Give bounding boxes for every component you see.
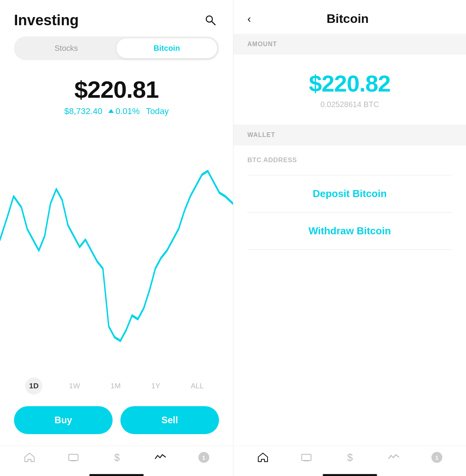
right-nav-home[interactable] [257, 452, 269, 463]
period-label: Today [146, 106, 169, 116]
right-home-indicator [323, 474, 377, 476]
nav-investing[interactable] [155, 452, 166, 463]
search-icon [205, 14, 216, 26]
activity-icon [155, 452, 166, 463]
svg-text:$: $ [114, 452, 120, 463]
right-nav-transfers[interactable]: $ [344, 452, 356, 463]
change-value: 0.01% [115, 106, 139, 116]
right-tv-icon [301, 452, 312, 463]
tab-stocks[interactable]: Stocks [16, 38, 116, 58]
wallet-section-label: WALLET [233, 125, 466, 145]
buy-button[interactable]: Buy [14, 406, 113, 434]
search-button[interactable] [202, 12, 219, 29]
btc-address-label: BTC ADDRESS [247, 156, 297, 164]
svg-point-0 [206, 16, 212, 22]
sell-button[interactable]: Sell [120, 406, 219, 434]
right-nav-investing[interactable] [388, 452, 400, 463]
price-chart [0, 124, 233, 370]
action-buttons: Buy Sell [0, 402, 233, 446]
tab-bitcoin[interactable]: Bitcoin [116, 38, 217, 58]
svg-rect-5 [302, 454, 311, 460]
nav-home[interactable] [24, 452, 35, 463]
amount-value: $220.82 [247, 70, 452, 97]
deposit-bitcoin-row[interactable]: Deposit Bitcoin [233, 175, 466, 212]
withdraw-bitcoin-row[interactable]: Withdraw Bitcoin [233, 213, 466, 249]
back-button[interactable]: ‹ [247, 13, 251, 25]
svg-line-1 [212, 22, 216, 25]
left-panel: Investing Stocks Bitcoin $220.81 $8,732.… [0, 0, 233, 476]
right-nav-news[interactable] [301, 452, 312, 463]
time-range: 1D 1W 1M 1Y ALL [0, 374, 233, 402]
nav-notification[interactable]: 1 [198, 452, 209, 463]
dollar-icon: $ [111, 452, 123, 463]
right-notification-badge: 1 [431, 452, 442, 463]
spacer [233, 250, 466, 446]
time-1d[interactable]: 1D [25, 377, 42, 395]
left-home-indicator [89, 474, 144, 476]
bitcoin-page-title: Bitcoin [259, 12, 436, 26]
right-bottom-nav: $ 1 [233, 446, 466, 471]
right-dollar-icon: $ [344, 452, 356, 463]
svg-rect-3 [71, 460, 76, 461]
svg-text:$: $ [347, 452, 353, 463]
amount-section-label: AMOUNT [233, 34, 466, 55]
main-price: $220.81 [14, 76, 219, 103]
tv-icon [68, 452, 79, 463]
right-header: ‹ Bitcoin [233, 0, 466, 34]
withdraw-bitcoin-button[interactable]: Withdraw Bitcoin [308, 225, 391, 237]
amount-section: $220.82 0.02528614 BTC [233, 55, 466, 125]
btc-amount: 0.02528614 BTC [247, 100, 452, 109]
left-header: Investing [0, 0, 233, 36]
svg-rect-6 [304, 460, 309, 461]
right-home-icon [257, 452, 269, 463]
btc-address-row: BTC ADDRESS [233, 145, 466, 175]
price-meta: $8,732.40 0.01% Today [14, 106, 219, 116]
right-panel: ‹ Bitcoin AMOUNT $220.82 0.02528614 BTC … [233, 0, 466, 476]
investing-title: Investing [14, 12, 79, 29]
notification-badge: 1 [198, 452, 209, 463]
time-1y[interactable]: 1Y [147, 379, 164, 393]
time-1m[interactable]: 1M [107, 379, 125, 393]
svg-rect-2 [69, 454, 78, 460]
right-activity-icon [388, 452, 400, 463]
time-all[interactable]: ALL [187, 379, 208, 393]
chart-container [0, 120, 233, 374]
arrow-up-icon [108, 109, 114, 113]
btc-price: $8,732.40 [64, 106, 103, 116]
nav-transfers[interactable]: $ [111, 452, 123, 463]
nav-news[interactable] [68, 452, 79, 463]
price-section: $220.81 $8,732.40 0.01% Today [0, 68, 233, 120]
left-bottom-nav: $ 1 [0, 446, 233, 471]
price-change: 0.01% [108, 106, 139, 116]
home-icon [24, 452, 35, 463]
deposit-bitcoin-button[interactable]: Deposit Bitcoin [313, 188, 387, 199]
tab-switcher: Stocks Bitcoin [14, 36, 219, 60]
time-1w[interactable]: 1W [65, 379, 84, 393]
right-nav-notification[interactable]: 1 [431, 452, 442, 463]
